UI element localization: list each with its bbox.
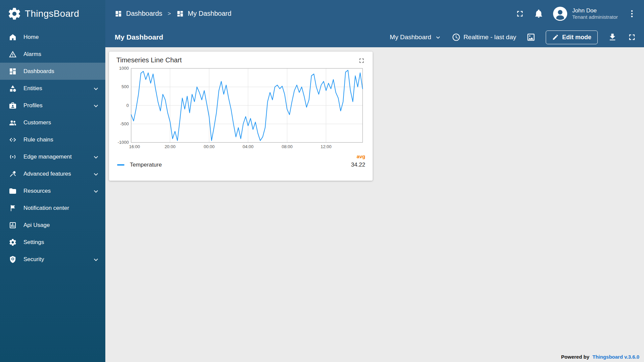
widget-title: Timeseries Line Chart xyxy=(116,56,182,64)
download-icon[interactable] xyxy=(608,33,617,42)
chevron-down-icon xyxy=(92,187,100,195)
app-title: ThingsBoard xyxy=(25,8,79,19)
timewindow-selector[interactable]: Realtime - last day xyxy=(452,33,516,42)
resources-icon xyxy=(9,187,17,195)
chevron-down-icon xyxy=(434,34,442,41)
sidebar-item-resources[interactable]: Resources xyxy=(0,182,105,199)
dashboard-toolbar: My Dashboard My Dashboard Realtime - las… xyxy=(105,27,644,47)
api-usage-icon xyxy=(9,221,17,229)
dashboard-icon xyxy=(176,10,184,17)
user-role: Tenant administrator xyxy=(572,14,618,20)
dashboard-selector-value: My Dashboard xyxy=(390,34,431,41)
header: Dashboards > My Dashboard John Doe Tenan… xyxy=(105,0,644,27)
chevron-down-icon xyxy=(92,102,100,110)
legend-series-name[interactable]: Temperature xyxy=(130,162,351,168)
user-menu[interactable]: John Doe Tenant administrator xyxy=(553,6,618,21)
advanced-features-icon xyxy=(9,170,17,178)
edit-mode-button[interactable]: Edit mode xyxy=(546,31,598,44)
clock-icon xyxy=(452,33,461,42)
sidebar-item-label: Entities xyxy=(23,85,92,92)
sidebar-item-advanced-features[interactable]: Advanced features xyxy=(0,165,105,182)
sidebar-item-home[interactable]: Home xyxy=(0,28,105,46)
sidebar-item-label: Notification center xyxy=(23,205,100,212)
sidebar-item-label: Dashboards xyxy=(23,68,100,75)
sidebar-item-notification-center[interactable]: Notification center xyxy=(0,199,105,217)
security-icon xyxy=(9,255,17,263)
svg-text:08:00: 08:00 xyxy=(282,144,293,149)
svg-text:04:00: 04:00 xyxy=(243,144,254,149)
home-icon xyxy=(9,33,17,41)
breadcrumb: Dashboards > My Dashboard xyxy=(115,10,231,17)
toolbar-actions: My Dashboard Realtime - last day Edit mo… xyxy=(390,31,637,44)
sidebar-item-rule-chains[interactable]: Rule chains xyxy=(0,131,105,148)
svg-text:12:00: 12:00 xyxy=(321,144,332,149)
breadcrumb-separator: > xyxy=(168,10,171,17)
legend-row: Temperature 34.22 xyxy=(116,162,365,168)
avatar xyxy=(553,6,568,21)
sidebar-item-customers[interactable]: Customers xyxy=(0,114,105,131)
widget-expand-icon[interactable] xyxy=(358,57,365,64)
sidebar-item-label: Rule chains xyxy=(23,136,100,143)
dashboards-icon xyxy=(9,67,17,75)
image-icon[interactable] xyxy=(526,33,536,42)
breadcrumb-my-dashboard[interactable]: My Dashboard xyxy=(188,10,231,17)
rule-chains-icon xyxy=(9,136,17,144)
svg-text:00:00: 00:00 xyxy=(204,144,215,149)
chevron-down-icon xyxy=(92,170,100,178)
sidebar-item-dashboards[interactable]: Dashboards xyxy=(0,63,105,80)
svg-text:16:00: 16:00 xyxy=(129,144,140,149)
sidebar-item-label: Home xyxy=(23,34,100,41)
sidebar-item-settings[interactable]: Settings xyxy=(0,234,105,251)
sidebar-item-label: Resources xyxy=(23,188,92,194)
sidebar-item-security[interactable]: Security xyxy=(0,251,105,268)
app-logo[interactable]: ThingsBoard xyxy=(0,0,105,27)
sidebar-item-label: Advanced features xyxy=(23,171,92,177)
header-actions: John Doe Tenant administrator xyxy=(515,6,637,21)
sidebar-item-profiles[interactable]: Profiles xyxy=(0,97,105,114)
entities-icon xyxy=(9,84,17,93)
profiles-icon xyxy=(9,102,17,110)
sidebar-item-label: Alarms xyxy=(23,51,100,58)
sidebar-item-alarms[interactable]: Alarms xyxy=(0,46,105,63)
edit-mode-label: Edit mode xyxy=(562,34,591,41)
dashboard-canvas: Timeseries Line Chart 10005000-500-10001… xyxy=(105,47,644,362)
pencil-icon xyxy=(552,34,559,41)
fullscreen-icon[interactable] xyxy=(515,9,525,18)
chevron-down-icon xyxy=(92,255,100,263)
legend-series-marker[interactable] xyxy=(117,164,124,166)
settings-icon xyxy=(9,238,17,246)
notifications-bell-icon[interactable] xyxy=(534,9,543,18)
sidebar-item-label: Profiles xyxy=(23,102,92,109)
kebab-menu-icon[interactable] xyxy=(627,9,637,18)
user-info: John Doe Tenant administrator xyxy=(572,7,618,20)
breadcrumb-dashboards[interactable]: Dashboards xyxy=(126,10,162,17)
svg-text:-500: -500 xyxy=(120,121,129,126)
sidebar-item-api-usage[interactable]: Api Usage xyxy=(0,217,105,234)
timeseries-chart: 10005000-500-100016:0020:0000:0004:0008:… xyxy=(116,66,365,151)
footer-version-link[interactable]: Thingsboard v.3.6.0 xyxy=(592,354,639,360)
sidebar-item-label: Edge management xyxy=(23,154,92,160)
thingsboard-logo-icon xyxy=(7,7,21,21)
edge-management-icon xyxy=(9,153,17,161)
timeseries-widget[interactable]: Timeseries Line Chart 10005000-500-10001… xyxy=(109,52,373,181)
svg-text:-1000: -1000 xyxy=(118,140,129,145)
notification-center-icon xyxy=(9,204,17,212)
sidebar-item-label: Api Usage xyxy=(23,222,100,229)
dashboards-icon xyxy=(115,10,122,17)
dashboard-selector[interactable]: My Dashboard xyxy=(390,34,442,41)
topbar: Dashboards > My Dashboard John Doe Tenan… xyxy=(105,0,644,47)
widget-header: Timeseries Line Chart xyxy=(116,56,365,64)
footer: Powered by Thingsboard v.3.6.0 xyxy=(561,354,639,360)
sidebar-item-label: Customers xyxy=(23,119,100,126)
legend-agg-header: avg xyxy=(116,154,365,159)
timewindow-value: Realtime - last day xyxy=(464,34,516,41)
sidebar-nav: HomeAlarmsDashboardsEntitiesProfilesCust… xyxy=(0,27,105,268)
sidebar-item-label: Security xyxy=(23,256,92,263)
fullscreen-dashboard-icon[interactable] xyxy=(627,33,637,42)
svg-text:500: 500 xyxy=(121,84,129,89)
sidebar-item-entities[interactable]: Entities xyxy=(0,80,105,97)
sidebar-item-label: Settings xyxy=(23,239,100,246)
svg-text:1000: 1000 xyxy=(119,66,129,71)
user-name: John Doe xyxy=(572,7,618,14)
sidebar-item-edge-management[interactable]: Edge management xyxy=(0,148,105,165)
